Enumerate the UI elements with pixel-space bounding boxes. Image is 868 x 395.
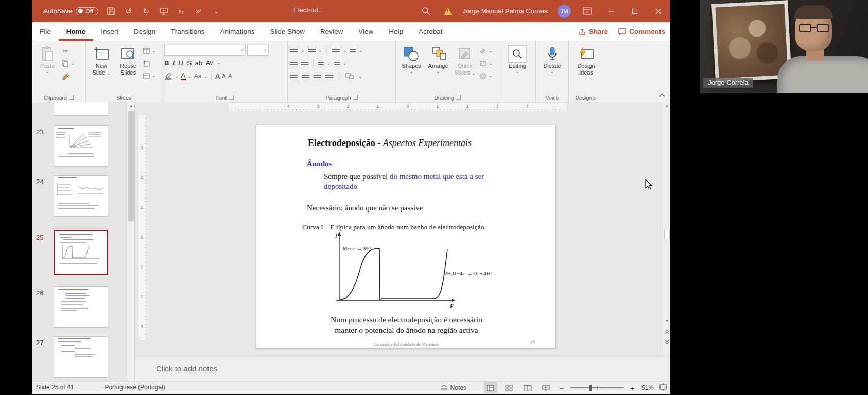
slide-necessario-text[interactable]: Necessário: ânodo que não se passive (307, 204, 423, 212)
notes-pane[interactable]: Click to add notes (135, 357, 670, 381)
zoom-slider-thumb[interactable] (589, 385, 592, 391)
reading-view-button[interactable] (521, 382, 534, 393)
slide-thumbnail[interactable] (54, 125, 108, 167)
chevron-down-icon[interactable]: ⌄ (175, 74, 179, 78)
slide-show-button[interactable] (540, 382, 553, 393)
text-direction-icon[interactable] (350, 48, 356, 53)
tab-transitions[interactable]: Transitions (163, 22, 213, 41)
chevron-down-icon[interactable]: ⌄ (358, 74, 362, 78)
vertical-ruler[interactable]: 3 2 1 0 1 2 3 (138, 115, 147, 341)
scroll-down-icon[interactable]: ▼ (664, 317, 670, 325)
font-color-button[interactable]: A (181, 72, 186, 80)
chevron-down-icon[interactable]: ⌄ (203, 74, 207, 78)
align-center-icon[interactable] (302, 74, 309, 79)
tab-home[interactable]: Home (59, 22, 94, 41)
maximize-button[interactable] (623, 0, 647, 22)
clipboard-dialog-launcher-icon[interactable] (69, 95, 74, 100)
notes-placeholder[interactable]: Click to add notes (156, 364, 217, 373)
scroll-up-icon[interactable]: ▲ (664, 102, 670, 110)
tab-animations[interactable]: Animations (213, 22, 263, 41)
redo-icon[interactable]: ↻ (142, 7, 151, 16)
customize-qat-chevron-icon[interactable]: ⌄ (212, 7, 221, 16)
underline-button[interactable]: U (179, 59, 183, 67)
fit-slide-to-window-button[interactable] (659, 383, 667, 392)
reset-slide-icon[interactable] (142, 59, 151, 68)
quick-styles-button[interactable]: QuickStyles ⌄ (452, 44, 478, 76)
zoom-slider[interactable] (570, 387, 624, 388)
chevron-down-icon[interactable]: ⌄ (489, 49, 493, 53)
slide-body-text[interactable]: Sempre que possível do mesmo metal que e… (324, 172, 504, 191)
notes-toggle-button[interactable]: Notes (440, 384, 466, 391)
tab-help[interactable]: Help (381, 22, 411, 41)
tab-file[interactable]: File (32, 22, 59, 41)
minimize-button[interactable] (599, 0, 623, 22)
paragraph-dialog-launcher-icon[interactable] (353, 95, 358, 100)
dictate-button[interactable]: Dictate ⌄ (539, 44, 566, 74)
undo-icon[interactable]: ↺ (124, 7, 133, 16)
zoom-level[interactable]: 51% (641, 384, 654, 391)
autosave-toggle[interactable]: AutoSave Off (43, 7, 98, 15)
tab-view[interactable]: View (351, 22, 381, 41)
cut-icon[interactable]: ✂ (61, 46, 70, 56)
chevron-down-icon[interactable]: ⌄ (343, 48, 347, 52)
superscript-button[interactable]: x² (194, 7, 203, 16)
justify-icon[interactable] (325, 74, 333, 79)
language-indicator[interactable]: Portuguese (Portugal) (105, 384, 165, 391)
editing-button[interactable]: Editing ⌄ (504, 44, 531, 74)
slide-title[interactable]: Electrodeposição - Aspectos Experimentai… (308, 138, 472, 149)
tab-review[interactable]: Review (313, 22, 351, 41)
chevron-down-icon[interactable]: ⌄ (217, 61, 221, 65)
drawing-dialog-launcher-icon[interactable] (456, 95, 461, 100)
arrange-button[interactable]: Arrange ⌄ (425, 44, 452, 74)
zoom-in-button[interactable]: + (629, 384, 636, 392)
chevron-down-icon[interactable]: ⌄ (319, 48, 323, 52)
slide-sorter-view-button[interactable] (502, 382, 516, 393)
collapse-ribbon-icon[interactable] (659, 90, 665, 99)
thumbnail-scrollbar[interactable]: ▲ (127, 102, 134, 381)
columns-icon[interactable] (318, 61, 324, 66)
slide-curve-caption[interactable]: Curva I – E típica para um ânodo num ban… (302, 223, 484, 231)
chevron-down-icon[interactable]: ⌄ (152, 49, 156, 53)
increase-indent-icon[interactable] (301, 61, 308, 66)
slide-thumbnail[interactable] (54, 175, 108, 217)
align-right-icon[interactable] (314, 74, 321, 79)
comments-button[interactable]: Comments (618, 28, 665, 35)
ribbon-display-options-icon[interactable] (575, 0, 599, 22)
paste-button[interactable]: Paste ⌄ (34, 44, 61, 74)
previous-slide-button[interactable] (664, 328, 670, 335)
line-spacing-icon[interactable] (332, 48, 340, 53)
tab-design[interactable]: Design (126, 22, 163, 41)
slide-thumbnail[interactable] (54, 336, 108, 378)
start-from-beginning-icon[interactable] (159, 7, 168, 16)
slide-canvas[interactable]: Electrodeposição - Aspectos Experimentai… (256, 125, 556, 348)
chevron-down-icon[interactable]: ⌄ (343, 61, 347, 65)
chevron-down-icon[interactable]: ⌄ (71, 61, 75, 65)
shrink-font-button[interactable]: A (222, 73, 225, 79)
copy-icon[interactable] (61, 59, 70, 68)
grow-font-button[interactable]: A (215, 72, 220, 80)
shape-effects-icon[interactable] (478, 71, 488, 80)
user-name[interactable]: Jorge Manuel Palma Correia (457, 0, 554, 22)
next-slide-button[interactable] (664, 338, 670, 346)
save-icon[interactable] (107, 7, 116, 16)
strikethrough-button[interactable]: ab (195, 59, 202, 67)
tab-slide-show[interactable]: Slide Show (262, 22, 313, 41)
new-slide-button[interactable]: NewSlide ⌄ (88, 44, 115, 76)
slide-conclusion[interactable]: Num processo de electrodeposição é neces… (277, 315, 536, 335)
chevron-down-icon[interactable]: ⌄ (327, 61, 331, 65)
horizontal-ruler[interactable]: 4 3 2 1 0 1 2 3 4 (228, 102, 567, 111)
chevron-down-icon[interactable]: ⌄ (301, 48, 305, 52)
font-dialog-launcher-icon[interactable] (229, 95, 234, 100)
clear-formatting-button[interactable]: A (228, 73, 232, 80)
polarization-curve-figure[interactable]: I E M−ne⁻→ Mⁿ⁺ 2H₂O −4e⁻→ O₂ + 4H⁺ (328, 231, 498, 311)
scroll-up-icon[interactable]: ▲ (128, 102, 134, 110)
numbering-icon[interactable] (308, 48, 316, 53)
slide-heading-anodos[interactable]: Ânodos (307, 159, 332, 168)
bullets-icon[interactable] (290, 48, 298, 53)
character-spacing-button[interactable]: AV (206, 60, 213, 66)
chevron-down-icon[interactable]: ⌄ (152, 74, 156, 78)
scrollbar-thumb[interactable] (664, 229, 670, 240)
slide-thumbnail-selected[interactable] (54, 230, 108, 275)
highlight-color-button[interactable] (164, 71, 172, 81)
decrease-indent-icon[interactable] (290, 61, 298, 66)
